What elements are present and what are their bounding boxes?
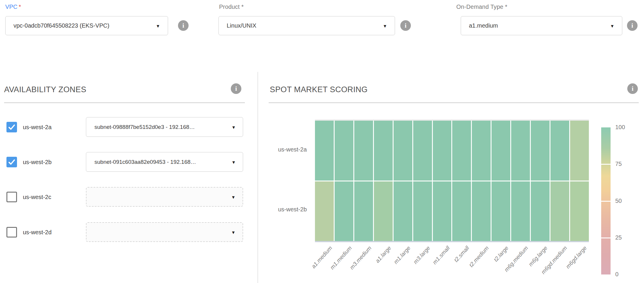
availability-zones-title: AVAILABILITY ZONES — [4, 85, 86, 94]
heatmap-cell — [531, 121, 550, 181]
check-icon — [8, 159, 15, 166]
heatmap-cell — [492, 121, 510, 181]
heatmap-cell — [374, 121, 393, 181]
zone-row-us-west-2d: us-west-2d ▼ — [0, 222, 252, 242]
subnet-select[interactable]: ▼ — [86, 187, 243, 207]
colorbar-tick-label: 75 — [615, 161, 636, 167]
heatmap-x-label: m1.small — [413, 245, 451, 283]
vpc-label-text: VPC — [5, 4, 18, 10]
spot-market-scoring-info-icon[interactable]: i — [627, 83, 638, 94]
heatmap-cell — [315, 121, 334, 181]
colorbar-tick-label: 25 — [615, 234, 636, 241]
subnet-select-value: subnet-091c603aa82e09453 - 192.168… — [94, 159, 196, 165]
on-demand-type-info-icon[interactable]: i — [627, 20, 638, 31]
heatmap-cell — [570, 181, 589, 241]
heatmap-x-label: a1.medium — [296, 245, 334, 283]
heatmap-grid — [315, 119, 589, 242]
vpc-info-icon[interactable]: i — [178, 20, 189, 31]
heatmap-cell — [433, 181, 452, 241]
heatmap-cell — [315, 181, 334, 241]
heatmap-cell — [354, 121, 373, 181]
vpc-select[interactable]: vpc-0adcb70f645508223 (EKS-VPC) ▼ — [5, 16, 168, 35]
heatmap-cell — [492, 181, 510, 241]
colorbar-tick-line — [601, 201, 611, 202]
spot-market-config-screen: VPC* vpc-0adcb70f645508223 (EKS-VPC) ▼ i… — [0, 0, 644, 283]
heatmap-cell — [335, 181, 353, 241]
heatmap-x-labels: a1.mediumm1.mediumm3.mediuma1.largem1.la… — [315, 242, 589, 283]
zone-checkbox[interactable] — [6, 157, 17, 167]
heatmap-cell — [394, 121, 412, 181]
zone-checkbox[interactable] — [6, 122, 17, 132]
zone-row-us-west-2b: us-west-2b subnet-091c603aa82e09453 - 19… — [0, 152, 252, 172]
heatmap-cell — [354, 181, 373, 241]
heatmap-cell — [570, 121, 589, 181]
heatmap-x-label: m6gd.large — [550, 245, 588, 283]
on-demand-type-label: On-Demand Type * — [456, 4, 507, 10]
product-select[interactable]: Linux/UNIX ▼ — [218, 16, 395, 35]
spot-market-scoring-divider — [269, 102, 639, 103]
availability-zones-info-icon[interactable]: i — [231, 83, 241, 94]
colorbar-tick-line — [601, 164, 611, 165]
heatmap-colorbar — [601, 127, 611, 274]
spot-market-scoring-title: SPOT MARKET SCORING — [270, 85, 368, 94]
heatmap-row-label: us-west-2a — [258, 146, 307, 153]
vpc-label: VPC* — [5, 4, 21, 10]
heatmap-x-label: t2.small — [433, 245, 471, 283]
heatmap-cell — [394, 181, 412, 241]
heatmap-x-label: a1.large — [354, 245, 392, 283]
chevron-down-icon: ▼ — [231, 124, 236, 129]
zone-label: us-west-2b — [23, 159, 52, 165]
zone-row-us-west-2a: us-west-2a subnet-09888f7be5152d0e3 - 19… — [0, 117, 252, 137]
subnet-select[interactable]: subnet-091c603aa82e09453 - 192.168… ▼ — [86, 152, 243, 172]
zone-checkbox[interactable] — [6, 227, 17, 237]
heatmap-cell — [413, 181, 432, 241]
heatmap-cell — [335, 121, 353, 181]
subnet-select[interactable]: subnet-09888f7be5152d0e3 - 192.168… ▼ — [86, 117, 243, 137]
zone-label: us-west-2c — [23, 193, 51, 200]
heatmap-cell — [472, 181, 491, 241]
heatmap-cell — [452, 121, 471, 181]
heatmap-x-label: m6g.medium — [491, 245, 529, 283]
product-info-icon[interactable]: i — [400, 20, 411, 31]
heatmap-cell — [511, 181, 530, 241]
heatmap-cell — [511, 121, 530, 181]
check-icon — [8, 124, 15, 131]
zone-label: us-west-2d — [23, 229, 52, 235]
colorbar-tick-label: 50 — [615, 198, 636, 204]
heatmap-cell — [550, 121, 569, 181]
colorbar-tick-line — [601, 237, 611, 238]
chevron-down-icon: ▼ — [231, 194, 235, 199]
subnet-select[interactable]: ▼ — [86, 222, 243, 242]
zone-checkbox[interactable] — [6, 192, 17, 202]
zone-label: us-west-2a — [23, 124, 52, 130]
chevron-down-icon: ▼ — [610, 23, 614, 28]
chevron-down-icon: ▼ — [156, 23, 160, 28]
heatmap-cell — [472, 121, 491, 181]
vpc-select-value: vpc-0adcb70f645508223 (EKS-VPC) — [13, 22, 109, 29]
heatmap-cell — [433, 121, 452, 181]
colorbar-tick-label: 0 — [615, 271, 636, 278]
on-demand-type-select[interactable]: a1.medium ▼ — [461, 16, 622, 35]
heatmap-cell — [531, 181, 550, 241]
vpc-required-asterisk: * — [19, 4, 21, 10]
colorbar-tick-label: 100 — [615, 124, 636, 131]
availability-zones-divider — [4, 102, 245, 103]
product-select-value: Linux/UNIX — [227, 22, 256, 29]
on-demand-type-select-value: a1.medium — [469, 22, 498, 29]
chevron-down-icon: ▼ — [383, 23, 387, 28]
heatmap-cell — [374, 181, 393, 241]
heatmap-row-label: us-west-2b — [258, 206, 307, 213]
chevron-down-icon: ▼ — [231, 230, 235, 235]
zone-row-us-west-2c: us-west-2c ▼ — [0, 187, 252, 207]
product-label: Product * — [219, 4, 244, 10]
heatmap-cell — [550, 181, 569, 241]
chevron-down-icon: ▼ — [231, 159, 236, 164]
heatmap-cell — [413, 121, 432, 181]
heatmap-cell — [452, 181, 471, 241]
panel-divider — [257, 72, 258, 283]
subnet-select-value: subnet-09888f7be5152d0e3 - 192.168… — [94, 124, 195, 130]
